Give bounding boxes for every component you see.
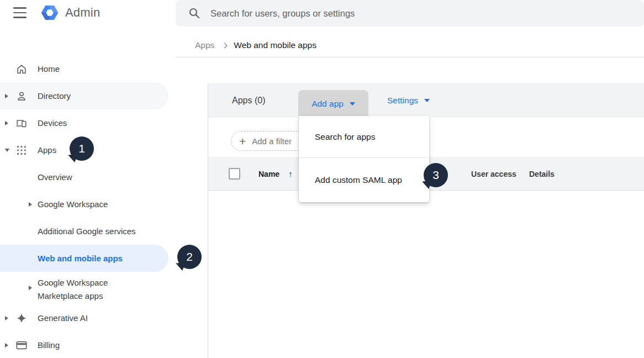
chevron-down-icon (350, 102, 355, 106)
expand-arrow-icon[interactable] (5, 121, 8, 125)
admin-console: Admin Apps Web and mobile apps Home Dire… (0, 0, 644, 358)
search-icon (188, 7, 201, 20)
sidebar-item-overview[interactable]: Overview (0, 164, 168, 191)
admin-logo-icon (40, 3, 60, 23)
collapse-arrow-icon[interactable] (5, 149, 9, 152)
header-divider (176, 57, 644, 57)
brand-title: Admin (65, 6, 100, 20)
sidebar-item-web-and-mobile-apps[interactable]: Web and mobile apps (0, 245, 168, 272)
sidebar-item-directory[interactable]: Directory (0, 82, 168, 109)
add-app-button[interactable]: Add app (298, 90, 368, 118)
expand-arrow-icon[interactable] (5, 316, 8, 320)
add-app-menu: Search for apps Add custom SAML app (299, 116, 429, 202)
sidebar-item-additional-google-services[interactable]: Additional Google services (0, 218, 168, 245)
expand-arrow-icon[interactable] (5, 94, 8, 98)
apps-toolbar: Apps (0) Add app Settings (208, 83, 644, 118)
person-icon (15, 90, 28, 102)
sidebar-item-devices[interactable]: Devices (0, 109, 168, 136)
column-header-name[interactable]: Name ↑ (258, 157, 293, 191)
credit-card-icon (15, 339, 28, 351)
sidebar-item-google-workspace[interactable]: Google Workspace (0, 191, 168, 218)
sidebar-item-home[interactable]: Home (0, 55, 168, 82)
column-header-details: Details (529, 157, 555, 191)
annotation-step-3-badge: 3 (424, 163, 448, 187)
search-bar[interactable] (176, 0, 644, 27)
apps-count-title: Apps (0) (232, 83, 265, 118)
select-all-checkbox[interactable] (229, 168, 240, 180)
menu-icon[interactable] (13, 7, 27, 18)
expand-arrow-icon[interactable] (5, 343, 8, 348)
home-icon (15, 63, 28, 75)
chevron-right-icon (222, 43, 228, 48)
annotation-step-2-badge: 2 (177, 245, 202, 269)
chevron-down-icon (424, 99, 430, 102)
search-input[interactable] (210, 8, 597, 19)
expand-arrow-icon[interactable] (29, 286, 32, 290)
sparkle-icon (15, 312, 28, 324)
breadcrumb-current-page: Web and mobile apps (234, 40, 316, 50)
breadcrumb: Apps Web and mobile apps (195, 39, 316, 52)
sort-ascending-icon: ↑ (288, 169, 293, 178)
plus-icon: + (239, 135, 246, 147)
settings-button[interactable]: Settings (387, 83, 430, 118)
settings-label: Settings (387, 96, 418, 106)
admin-logo[interactable]: Admin (40, 3, 100, 23)
sidebar-item-generative-ai[interactable]: Generative AI (0, 304, 168, 331)
devices-icon (15, 117, 28, 129)
menu-item-search-for-apps[interactable]: Search for apps (299, 116, 429, 158)
content-left-divider (208, 83, 208, 358)
column-header-user-access: User access (471, 157, 516, 191)
add-filter-label: Add a filter (252, 136, 292, 146)
apps-grid-icon (15, 144, 28, 156)
sidebar-item-marketplace-apps[interactable]: Google Workspace Marketplace apps (0, 272, 168, 304)
sidebar-item-billing[interactable]: Billing (0, 331, 168, 358)
menu-item-add-custom-saml-app[interactable]: Add custom SAML app (299, 158, 429, 202)
breadcrumb-apps-link[interactable]: Apps (195, 40, 214, 50)
add-app-label: Add app (312, 99, 344, 109)
annotation-step-1-badge: 1 (70, 136, 94, 161)
expand-arrow-icon[interactable] (29, 202, 32, 207)
